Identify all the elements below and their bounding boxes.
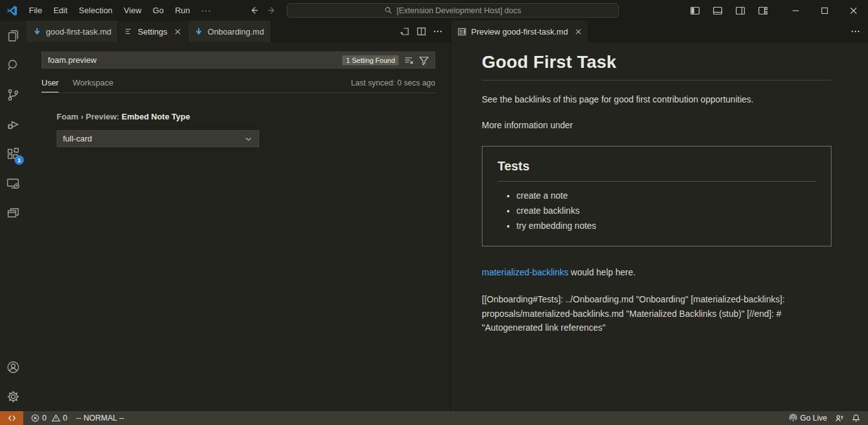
left-tabstrip: good-first-task.md Settings Onboarding. [26,21,450,42]
setting-item-embed-note-type: Foam › Preview: Embed Note Type full-car… [57,112,435,147]
preview-paragraph-2: More information under [482,120,832,130]
tab-preview-good-first-task[interactable]: Preview good-first-task.md [451,21,589,42]
menu-file[interactable]: File [23,3,48,18]
error-count: 0 [42,414,47,422]
backlinks-paragraph: materialized-backlinks would help here. [482,267,832,277]
toggle-panel-icon[interactable] [708,3,727,19]
menubar: File Edit Selection View Go Run ··· [23,0,217,21]
notifications-button[interactable] [848,411,864,425]
close-tab-icon[interactable] [174,28,181,35]
embedded-note-card: Tests create a note create backlinks try… [482,146,832,246]
scope-tab-workspace[interactable]: Workspace [72,78,113,92]
accounts-icon[interactable] [0,352,26,382]
embedded-note-list: create a note create backlinks try embed… [516,190,816,231]
menu-run[interactable]: Run [169,3,196,18]
menu-selection[interactable]: Selection [73,3,118,18]
menu-go[interactable]: Go [147,3,169,18]
markdown-file-icon [194,27,203,36]
go-live-button[interactable]: Go Live [785,411,831,425]
toggle-primary-sidebar-icon[interactable] [686,3,704,19]
embedded-note-rule [498,181,816,182]
list-item: create a note [516,190,816,201]
dropdown-value: full-card [63,134,92,143]
settings-editor: 1 Setting Found [26,42,450,147]
remote-explorer-icon[interactable] [0,168,26,198]
clear-filters-icon[interactable] [404,55,414,65]
chevron-down-icon [244,135,253,143]
tab-label: Preview good-first-task.md [471,27,568,36]
feedback-button[interactable] [831,411,848,425]
markdown-file-icon [33,27,42,36]
open-settings-json-icon[interactable] [400,26,410,36]
heading-rule [482,80,832,80]
tab-good-first-task[interactable]: good-first-task.md [26,21,118,42]
command-center-label: [Extension Development Host] docs [396,6,521,15]
vim-mode-indicator[interactable]: -- NORMAL -- [76,414,125,422]
forward-arrow-icon[interactable] [267,6,277,15]
list-item: create backlinks [516,206,816,216]
settings-editor-icon [125,27,133,36]
status-bar: 0 0 -- NORMAL -- Go Live [0,411,868,425]
tab-onboarding[interactable]: Onboarding.md [188,21,271,42]
settings-results-badge: 1 Setting Found [342,55,399,65]
more-actions-icon[interactable] [850,26,860,36]
warning-icon [52,414,60,422]
back-arrow-icon[interactable] [249,6,259,15]
warning-count: 0 [63,414,67,422]
command-center[interactable]: [Extension Development Host] docs [287,3,619,18]
link-tail-text: would help here. [569,267,636,277]
history-navigation [249,0,277,21]
maximize-button[interactable] [810,0,839,21]
menu-more-button[interactable]: ··· [196,6,217,15]
windows-stack-icon[interactable] [0,198,26,228]
customize-layout-icon[interactable] [754,3,772,19]
scope-tab-user[interactable]: User [42,78,58,92]
setting-name-label: Embed Note Type [121,112,190,121]
markdown-preview-icon [457,27,467,36]
search-view-icon[interactable] [0,50,26,80]
close-window-button[interactable] [839,0,868,21]
preview-paragraph-1: See the backlinks of this page for good … [482,94,832,104]
extensions-badge: 1 [14,155,24,165]
last-synced-label: Last synced: 0 secs ago [351,79,435,92]
bell-icon [852,414,860,422]
more-actions-icon[interactable] [433,26,443,36]
search-icon [384,6,392,14]
preview-editor-group: Preview good-first-task.md Good First Ta… [451,21,868,411]
titlebar: File Edit Selection View Go Run ··· [Ext… [0,0,868,21]
tab-label: Onboarding.md [208,27,264,36]
menu-view[interactable]: View [118,3,147,18]
broadcast-icon [789,414,798,422]
remote-indicator[interactable] [0,411,23,425]
menu-edit[interactable]: Edit [48,3,73,18]
setting-category-label: Foam › Preview: [57,112,120,121]
list-item: try embedding notes [516,221,816,231]
close-tab-icon[interactable] [575,28,582,35]
extensions-icon[interactable]: 1 [0,139,26,168]
tab-label: good-first-task.md [46,27,111,36]
vscode-logo-icon [6,4,18,17]
remote-icon [8,414,16,422]
explorer-icon[interactable] [0,21,26,50]
settings-gear-icon[interactable] [0,382,26,411]
setting-title: Foam › Preview: Embed Note Type [57,112,435,121]
embed-note-type-dropdown[interactable]: full-card [57,130,259,147]
feedback-icon [835,414,844,423]
markdown-preview: Good First Task See the backlinks of thi… [451,42,868,335]
source-control-icon[interactable] [0,80,26,109]
go-live-label: Go Live [800,414,827,422]
toggle-secondary-sidebar-icon[interactable] [731,3,750,19]
error-icon [31,414,40,422]
filter-icon[interactable] [419,55,429,65]
settings-scope-tabs: User Workspace Last synced: 0 secs ago [42,77,435,92]
run-debug-icon[interactable] [0,109,26,139]
settings-editor-group: good-first-task.md Settings Onboarding. [26,21,450,411]
tab-label: Settings [138,27,167,36]
materialized-backlinks-link[interactable]: materialized-backlinks [482,267,569,277]
problems-indicator[interactable]: 0 0 [27,411,71,425]
split-editor-icon[interactable] [416,26,426,36]
scope-divider [42,92,435,93]
minimize-button[interactable] [781,0,810,21]
embedded-note-heading: Tests [498,159,816,174]
tab-settings[interactable]: Settings [118,21,188,42]
